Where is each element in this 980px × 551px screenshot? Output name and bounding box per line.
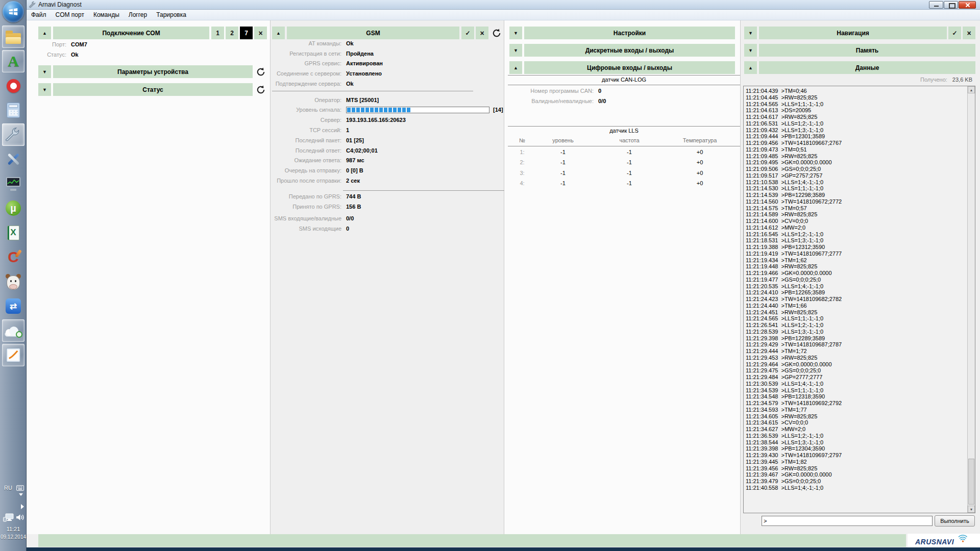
wrench-icon[interactable] [2, 123, 24, 146]
gsm-apply-button[interactable]: ✓ [461, 27, 474, 39]
taskbar-date[interactable]: 09.12.2014 [0, 534, 27, 540]
status-collapse-button[interactable]: ▼ [38, 83, 51, 96]
log-line: 11:21:09.495 >GK=0.0000;0.0000 [746, 159, 966, 166]
app-icon [29, 1, 36, 8]
memory-panel-header[interactable]: Память [759, 44, 975, 57]
status-refresh-button[interactable] [254, 83, 267, 96]
digital-io-panel-header[interactable]: Цифровые входы / выходы [524, 61, 735, 74]
utorrent-icon[interactable]: µ [2, 197, 24, 219]
log-line: 11:21:10.538 >LLS=1;4;-1;-1;0 [746, 179, 966, 186]
ccleaner-icon[interactable]: C [2, 246, 24, 268]
settings-panel-header[interactable]: Настройки [524, 27, 735, 39]
lls-column-header: частота [590, 135, 669, 145]
connection-page-button-1[interactable]: 1 [211, 27, 224, 39]
scroll-down-icon[interactable]: ▼ [968, 506, 975, 513]
connection-close-button[interactable]: × [254, 27, 267, 39]
notes-icon[interactable] [2, 344, 24, 366]
language-dropdown-icon[interactable] [19, 493, 23, 496]
execute-button[interactable]: Выполнить [935, 515, 975, 527]
signal-strength-bar [346, 107, 489, 113]
gsm-traffic-fields: Передано по GPRS:744 BПринято по GPRS:15… [274, 192, 501, 212]
log-line: 11:21:39.479 >GS=0;0;0;25;0 [746, 478, 966, 485]
menu-item[interactable]: Файл [27, 10, 51, 19]
field-label: Очередь на отправку: [274, 167, 341, 173]
navigation-apply-button[interactable]: ✓ [948, 27, 961, 39]
menu-item[interactable]: Тарировка [152, 10, 191, 19]
menu-item[interactable]: COM порт [51, 10, 89, 19]
field-value: 0/0 [598, 98, 606, 104]
start-button[interactable] [3, 1, 24, 22]
cloud-clock-icon[interactable] [2, 319, 24, 342]
opera-icon[interactable] [2, 74, 24, 97]
data-log-area[interactable]: 11:21:04.439 >TM=0;4611:21:04.445 >RW=82… [743, 86, 975, 513]
abbyy-a-icon[interactable]: A [2, 50, 24, 72]
signal-strength-value: [14] [493, 107, 503, 113]
close-button[interactable] [959, 1, 976, 9]
minimize-button[interactable] [929, 1, 943, 9]
log-line: 11:21:29.464 >GK=0.0000;0.0000 [746, 361, 966, 368]
speaker-icon[interactable] [16, 513, 24, 521]
show-hidden-icons-arrow[interactable] [21, 504, 24, 509]
log-line: 11:21:24.565 >LLS=1;1;-1;-1;0 [746, 315, 966, 322]
discrete-io-panel-header[interactable]: Дискретные входы / выходы [524, 44, 735, 57]
excel-icon[interactable]: X [2, 221, 24, 244]
calculator-icon[interactable] [2, 99, 24, 121]
device-params-collapse-button[interactable]: ▼ [38, 65, 51, 78]
log-line: 11:21:19.419 >TW=1418109677;2777 [746, 251, 966, 257]
gsm-panel-header[interactable]: GSM [287, 27, 459, 39]
log-line: 11:21:29.429 >TW=1418109687;2787 [746, 341, 966, 348]
tools-icon[interactable] [2, 148, 24, 170]
menu-item[interactable]: Команды [89, 10, 124, 19]
discrete-io-collapse-button[interactable]: ▼ [509, 44, 522, 57]
log-line: 11:21:09.473 >TM=0;51 [746, 146, 966, 153]
field-row: Подтверждение сервера:Ok [274, 79, 501, 89]
navigation-cancel-button[interactable]: × [963, 27, 975, 39]
menu-item[interactable]: Логгер [124, 10, 152, 19]
log-line: 11:21:40.558 >LLS=1;4;-1;-1;0 [746, 485, 966, 491]
log-scrollbar[interactable]: ▲ ▼ [967, 86, 975, 513]
lls-cell: 3: [508, 168, 536, 178]
scrollbar-thumb[interactable] [968, 459, 974, 505]
log-line: 11:21:14.612 >MW=2;0 [746, 224, 966, 231]
lls-cell: -1 [536, 168, 590, 178]
explorer-icon[interactable] [2, 26, 24, 48]
language-indicator[interactable]: RU [4, 485, 12, 491]
teamviewer-icon[interactable]: ⇄ [2, 295, 24, 317]
log-line: 11:21:14.530 >LLS=1;1;-1;-1;0 [746, 185, 966, 192]
log-line: 11:21:34.579 >TW=1418109692;2792 [746, 400, 966, 407]
device-params-refresh-button[interactable] [254, 65, 267, 79]
network-icon[interactable] [3, 513, 14, 522]
log-line: 11:21:14.560 >TW=1418109672;2772 [746, 198, 966, 205]
navigation-panel-header[interactable]: Навигация [759, 27, 947, 39]
lls-table-header: №уровеньчастотаТемпература [508, 135, 730, 145]
keyboard-icon[interactable] [16, 485, 24, 491]
taskbar-clock[interactable]: 11:21 [0, 526, 27, 532]
lls-cell: -1 [590, 147, 669, 157]
memory-collapse-button[interactable]: ▼ [744, 44, 757, 57]
field-value: Установлено [346, 70, 382, 77]
monitor-graph-icon[interactable] [2, 172, 24, 195]
maximize-button[interactable] [944, 1, 958, 9]
device-params-panel-header[interactable]: Параметры устройства [53, 65, 253, 78]
gsm-cancel-button[interactable]: × [476, 27, 488, 39]
connection-collapse-button[interactable]: ▲ [38, 27, 51, 39]
data-panel-header[interactable]: Данные [759, 61, 975, 74]
status-panel-header[interactable]: Статус [53, 83, 253, 96]
log-line: 11:21:06.531 >LLS=1;2;-1;-1;0 [746, 120, 966, 127]
data-collapse-button[interactable]: ▲ [744, 61, 757, 74]
lls-table-row: 3:-1-1+0 [508, 168, 730, 178]
cow-icon[interactable] [2, 270, 24, 293]
separator [343, 190, 504, 191]
command-input[interactable] [762, 516, 933, 526]
connection-page-button-7[interactable]: 7 [240, 27, 253, 39]
settings-collapse-button[interactable]: ▼ [509, 27, 522, 39]
connection-panel-header[interactable]: Подключение COM [53, 27, 209, 39]
field-label: Принято по GPRS: [274, 204, 341, 210]
scroll-up-icon[interactable]: ▲ [968, 86, 975, 93]
field-label: Передано по GPRS: [274, 193, 341, 199]
connection-page-button-2[interactable]: 2 [226, 27, 238, 39]
received-label: Получено: [920, 77, 947, 83]
gsm-collapse-button[interactable]: ▲ [272, 27, 285, 39]
navigation-collapse-button[interactable]: ▼ [744, 27, 757, 39]
digital-io-collapse-button[interactable]: ▲ [509, 61, 522, 74]
